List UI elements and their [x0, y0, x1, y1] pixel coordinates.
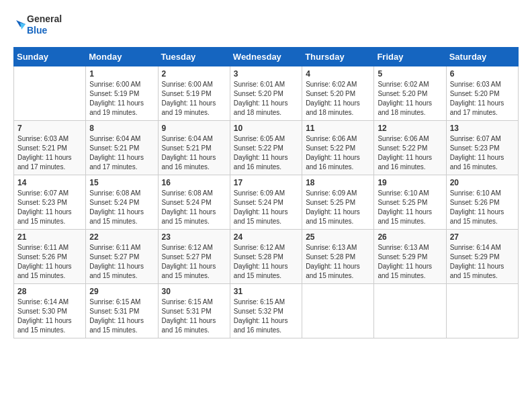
day-cell: 30Sunrise: 6:15 AMSunset: 5:31 PMDayligh…	[158, 283, 230, 338]
day-info: Sunrise: 6:07 AMSunset: 5:23 PMDaylight:…	[17, 189, 82, 226]
day-cell	[374, 283, 446, 338]
day-number: 22	[89, 232, 154, 242]
day-number: 11	[306, 124, 370, 133]
day-header-wednesday: Wednesday	[230, 47, 302, 66]
day-info: Sunrise: 6:13 AMSunset: 5:29 PMDaylight:…	[378, 243, 442, 281]
day-cell: 21Sunrise: 6:11 AMSunset: 5:26 PMDayligh…	[14, 229, 86, 283]
day-cell: 2Sunrise: 6:00 AMSunset: 5:19 PMDaylight…	[158, 66, 230, 120]
day-info: Sunrise: 6:04 AMSunset: 5:21 PMDaylight:…	[162, 134, 226, 172]
day-number: 15	[89, 178, 154, 187]
day-cell: 26Sunrise: 6:13 AMSunset: 5:29 PMDayligh…	[374, 229, 446, 283]
day-cell: 25Sunrise: 6:13 AMSunset: 5:28 PMDayligh…	[302, 229, 374, 283]
day-number: 9	[162, 124, 226, 133]
day-cell: 14Sunrise: 6:07 AMSunset: 5:23 PMDayligh…	[14, 175, 86, 229]
day-cell: 6Sunrise: 6:03 AMSunset: 5:20 PMDaylight…	[446, 66, 518, 120]
day-info: Sunrise: 6:06 AMSunset: 5:22 PMDaylight:…	[306, 134, 370, 172]
day-info: Sunrise: 6:14 AMSunset: 5:30 PMDaylight:…	[17, 298, 82, 335]
day-info: Sunrise: 6:08 AMSunset: 5:24 PMDaylight:…	[89, 189, 154, 226]
day-number: 1	[89, 69, 154, 79]
day-info: Sunrise: 6:09 AMSunset: 5:24 PMDaylight:…	[234, 189, 298, 226]
logo-general: General	[27, 13, 62, 25]
day-info: Sunrise: 6:02 AMSunset: 5:20 PMDaylight:…	[306, 80, 370, 118]
day-cell: 18Sunrise: 6:09 AMSunset: 5:25 PMDayligh…	[302, 175, 374, 229]
day-cell: 12Sunrise: 6:06 AMSunset: 5:22 PMDayligh…	[374, 120, 446, 175]
day-number: 10	[234, 124, 298, 133]
day-number: 4	[306, 69, 370, 79]
day-info: Sunrise: 6:15 AMSunset: 5:31 PMDaylight:…	[162, 298, 226, 335]
day-number: 19	[378, 178, 442, 187]
day-info: Sunrise: 6:00 AMSunset: 5:19 PMDaylight:…	[162, 80, 226, 118]
day-cell: 13Sunrise: 6:07 AMSunset: 5:23 PMDayligh…	[446, 120, 518, 175]
logo: General Blue	[13, 13, 62, 36]
day-info: Sunrise: 6:14 AMSunset: 5:29 PMDaylight:…	[450, 243, 515, 281]
day-info: Sunrise: 6:13 AMSunset: 5:28 PMDaylight:…	[306, 243, 370, 281]
day-cell: 17Sunrise: 6:09 AMSunset: 5:24 PMDayligh…	[230, 175, 302, 229]
day-cell: 19Sunrise: 6:10 AMSunset: 5:25 PMDayligh…	[374, 175, 446, 229]
day-number: 6	[450, 69, 515, 79]
day-header-thursday: Thursday	[302, 47, 374, 66]
day-info: Sunrise: 6:15 AMSunset: 5:31 PMDaylight:…	[89, 298, 154, 335]
day-number: 8	[89, 124, 154, 133]
day-cell: 31Sunrise: 6:15 AMSunset: 5:32 PMDayligh…	[230, 283, 302, 338]
day-cell: 16Sunrise: 6:08 AMSunset: 5:24 PMDayligh…	[158, 175, 230, 229]
day-number: 18	[306, 178, 370, 187]
day-info: Sunrise: 6:04 AMSunset: 5:21 PMDaylight:…	[89, 134, 154, 172]
day-info: Sunrise: 6:10 AMSunset: 5:25 PMDaylight:…	[378, 189, 442, 226]
day-cell: 22Sunrise: 6:11 AMSunset: 5:27 PMDayligh…	[86, 229, 158, 283]
day-number: 24	[234, 232, 298, 242]
day-info: Sunrise: 6:07 AMSunset: 5:23 PMDaylight:…	[450, 134, 515, 172]
day-number: 16	[162, 178, 226, 187]
day-number: 30	[162, 287, 226, 296]
day-cell	[302, 283, 374, 338]
day-number: 17	[234, 178, 298, 187]
day-info: Sunrise: 6:08 AMSunset: 5:24 PMDaylight:…	[162, 189, 226, 226]
week-row-1: 1Sunrise: 6:00 AMSunset: 5:19 PMDaylight…	[14, 66, 519, 120]
day-number: 31	[234, 287, 298, 296]
logo-container: General Blue	[13, 13, 62, 36]
logo-bird-icon	[13, 17, 26, 32]
day-number: 13	[450, 124, 515, 133]
day-number: 25	[306, 232, 370, 242]
day-cell: 9Sunrise: 6:04 AMSunset: 5:21 PMDaylight…	[158, 120, 230, 175]
day-number: 23	[162, 232, 226, 242]
day-number: 26	[378, 232, 442, 242]
day-info: Sunrise: 6:11 AMSunset: 5:26 PMDaylight:…	[17, 243, 82, 281]
day-number: 3	[234, 69, 298, 79]
days-header-row: SundayMondayTuesdayWednesdayThursdayFrid…	[14, 47, 519, 66]
calendar-table: SundayMondayTuesdayWednesdayThursdayFrid…	[13, 47, 519, 338]
day-cell: 5Sunrise: 6:02 AMSunset: 5:20 PMDaylight…	[374, 66, 446, 120]
day-cell: 24Sunrise: 6:12 AMSunset: 5:28 PMDayligh…	[230, 229, 302, 283]
day-number: 28	[17, 287, 82, 296]
day-cell	[446, 283, 518, 338]
day-header-sunday: Sunday	[14, 47, 86, 66]
logo-blue: Blue	[27, 25, 62, 36]
page-header: General Blue	[13, 13, 519, 36]
day-info: Sunrise: 6:15 AMSunset: 5:32 PMDaylight:…	[234, 298, 298, 335]
day-cell: 27Sunrise: 6:14 AMSunset: 5:29 PMDayligh…	[446, 229, 518, 283]
day-number: 21	[17, 232, 82, 242]
day-cell: 15Sunrise: 6:08 AMSunset: 5:24 PMDayligh…	[86, 175, 158, 229]
day-cell: 11Sunrise: 6:06 AMSunset: 5:22 PMDayligh…	[302, 120, 374, 175]
day-number: 5	[378, 69, 442, 79]
day-info: Sunrise: 6:02 AMSunset: 5:20 PMDaylight:…	[378, 80, 442, 118]
day-cell: 23Sunrise: 6:12 AMSunset: 5:27 PMDayligh…	[158, 229, 230, 283]
day-cell: 28Sunrise: 6:14 AMSunset: 5:30 PMDayligh…	[14, 283, 86, 338]
day-info: Sunrise: 6:01 AMSunset: 5:20 PMDaylight:…	[234, 80, 298, 118]
day-info: Sunrise: 6:11 AMSunset: 5:27 PMDaylight:…	[89, 243, 154, 281]
day-header-friday: Friday	[374, 47, 446, 66]
day-info: Sunrise: 6:09 AMSunset: 5:25 PMDaylight:…	[306, 189, 370, 226]
day-info: Sunrise: 6:12 AMSunset: 5:28 PMDaylight:…	[234, 243, 298, 281]
day-cell: 7Sunrise: 6:03 AMSunset: 5:21 PMDaylight…	[14, 120, 86, 175]
day-number: 12	[378, 124, 442, 133]
day-header-monday: Monday	[86, 47, 158, 66]
day-cell: 1Sunrise: 6:00 AMSunset: 5:19 PMDaylight…	[86, 66, 158, 120]
day-number: 14	[17, 178, 82, 187]
day-info: Sunrise: 6:12 AMSunset: 5:27 PMDaylight:…	[162, 243, 226, 281]
day-number: 20	[450, 178, 515, 187]
day-number: 7	[17, 124, 82, 133]
day-number: 29	[89, 287, 154, 296]
week-row-5: 28Sunrise: 6:14 AMSunset: 5:30 PMDayligh…	[14, 283, 519, 338]
day-number: 27	[450, 232, 515, 242]
week-row-2: 7Sunrise: 6:03 AMSunset: 5:21 PMDaylight…	[14, 120, 519, 175]
day-cell: 20Sunrise: 6:10 AMSunset: 5:26 PMDayligh…	[446, 175, 518, 229]
